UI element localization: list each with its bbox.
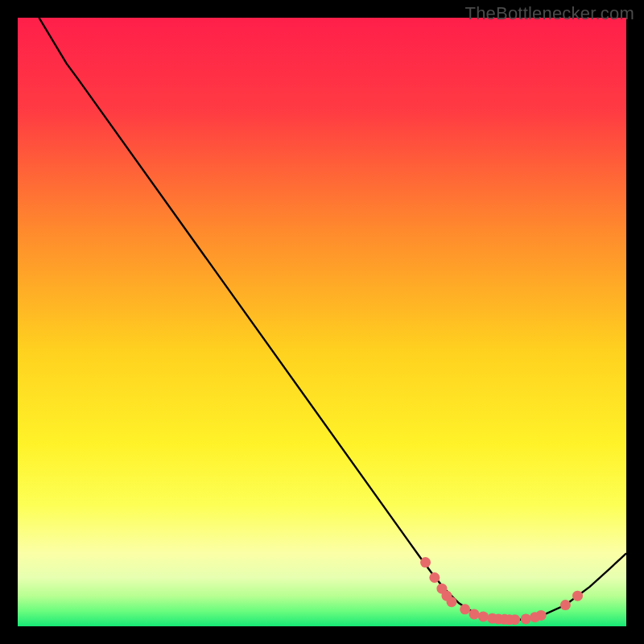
data-marker (478, 611, 489, 621)
data-marker (420, 557, 431, 568)
data-marker (560, 600, 571, 610)
data-marker (460, 604, 470, 614)
data-marker (521, 613, 531, 624)
data-marker (429, 572, 440, 583)
data-marker (536, 610, 547, 621)
bottleneck-chart (18, 18, 626, 626)
watermark-text: TheBottlenecker.com (465, 3, 634, 24)
data-marker (447, 597, 457, 607)
data-marker (469, 609, 480, 619)
chart-frame (18, 18, 626, 626)
data-marker (572, 591, 583, 601)
data-marker (510, 614, 520, 625)
gradient-background (18, 18, 626, 626)
